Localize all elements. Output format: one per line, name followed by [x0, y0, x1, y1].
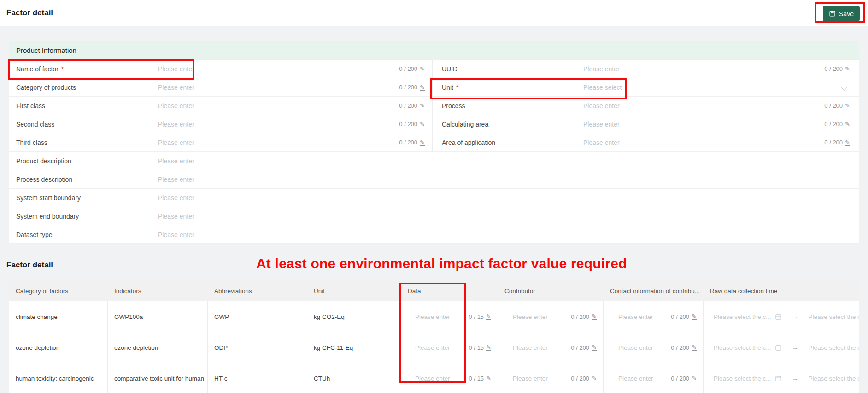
field-row-unit: Unit* Please select [433, 78, 859, 97]
cell-unit: CTUh [307, 363, 401, 393]
cell-raw-collection-time: Please select the c... → Please select t… [704, 301, 859, 332]
second-class-input[interactable]: Please enter [158, 115, 194, 133]
cell-contact: Please enter 0 / 200✎ [604, 363, 704, 393]
char-counter: 0 / 200 [671, 344, 689, 351]
field-row-system-end-boundary: System end boundary Please enter [9, 207, 859, 225]
contributor-input[interactable]: Please enter [513, 313, 548, 320]
field-label: Unit [442, 84, 453, 91]
cell-raw-collection-time: Please select the c... → Please select t… [704, 332, 859, 363]
char-counter: 0 / 15 [469, 313, 484, 320]
date-start-picker[interactable]: Please select the c... [714, 313, 782, 320]
contributor-input[interactable]: Please enter [513, 375, 548, 382]
date-end-picker[interactable]: Please select the c... [809, 344, 859, 351]
column-header-category: Category of factors [9, 281, 108, 301]
char-counter: 0 / 200 [824, 115, 843, 133]
edit-pencil-icon[interactable]: ✎ [486, 375, 491, 382]
field-row-process-description: Process description Please enter [9, 170, 859, 189]
dataset-type-input[interactable]: Please enter [158, 225, 194, 244]
area-of-application-input[interactable]: Please enter [583, 133, 620, 152]
save-button[interactable]: Save [823, 6, 860, 21]
edit-pencil-icon[interactable]: ✎ [486, 344, 491, 351]
edit-pencil-icon[interactable]: ✎ [420, 139, 425, 146]
data-value-input[interactable]: Please enter [415, 344, 450, 351]
char-counter: 0 / 200 [399, 115, 417, 133]
edit-pencil-icon[interactable]: ✎ [420, 121, 425, 128]
edit-pencil-icon[interactable]: ✎ [420, 103, 425, 110]
cell-unit: kg CO2-Eq [307, 301, 401, 332]
unit-select[interactable]: Please select [583, 78, 622, 97]
calendar-icon [775, 313, 782, 320]
column-header-contributor: Contributor [498, 281, 604, 301]
third-class-input[interactable]: Please enter [158, 133, 194, 152]
field-row-third-class: Third class Please enter 0 / 200✎ [9, 133, 432, 152]
char-counter: 0 / 200 [824, 133, 843, 152]
save-icon [829, 10, 836, 17]
column-header-abbreviations: Abbreviations [208, 281, 307, 301]
name-of-factor-input[interactable]: Please enter [158, 60, 194, 78]
edit-pencil-icon[interactable]: ✎ [845, 103, 850, 110]
cell-contact: Please enter 0 / 200✎ [604, 332, 704, 363]
process-input[interactable]: Please enter [583, 97, 620, 115]
edit-pencil-icon[interactable]: ✎ [420, 84, 425, 91]
edit-pencil-icon[interactable]: ✎ [845, 66, 850, 73]
cell-indicator: GWP100a [108, 301, 208, 332]
column-header-data: Data [401, 281, 498, 301]
data-value-input[interactable]: Please enter [415, 313, 450, 320]
contributor-input[interactable]: Please enter [513, 344, 548, 351]
char-counter: 0 / 200 [571, 344, 589, 351]
date-start-picker[interactable]: Please select the c... [714, 344, 782, 351]
date-end-picker[interactable]: Please select the c... [809, 375, 859, 382]
system-start-boundary-input[interactable]: Please enter [158, 189, 194, 207]
contact-input[interactable]: Please enter [618, 313, 653, 320]
char-counter: 0 / 200 [399, 78, 417, 97]
first-class-input[interactable]: Please enter [158, 97, 194, 115]
field-row-first-class: First class Please enter 0 / 200✎ [9, 97, 432, 115]
date-end-picker[interactable]: Please select the c... [809, 313, 859, 320]
chevron-down-icon[interactable] [841, 85, 847, 91]
process-description-input[interactable]: Please enter [158, 170, 194, 189]
field-row-process: Process Please enter 0 / 200✎ [433, 97, 859, 115]
category-of-products-input[interactable]: Please enter [158, 78, 194, 97]
field-label: Area of application [442, 133, 495, 152]
calculating-area-input[interactable]: Please enter [583, 115, 620, 133]
product-information-section: Product Information Name of factor* Plea… [9, 41, 859, 244]
column-header-contact: Contact information of contribu... [604, 281, 704, 301]
edit-pencil-icon[interactable]: ✎ [692, 313, 697, 320]
cell-unit: kg CFC-11-Eq [307, 332, 401, 363]
field-row-system-start-boundary: System start boundary Please enter [9, 189, 859, 207]
edit-pencil-icon[interactable]: ✎ [692, 375, 697, 382]
edit-pencil-icon[interactable]: ✎ [592, 344, 597, 351]
uuid-input[interactable]: Please enter [583, 60, 620, 78]
char-counter: 0 / 15 [469, 375, 484, 382]
date-start-picker[interactable]: Please select the c... [714, 375, 782, 382]
factor-detail-section-title: Factor detail [6, 260, 53, 270]
field-label: System end boundary [16, 207, 79, 225]
edit-pencil-icon[interactable]: ✎ [692, 344, 697, 351]
field-row-second-class: Second class Please enter 0 / 200✎ [9, 115, 432, 133]
top-bar: Factor detail Save [0, 0, 868, 26]
contact-input[interactable]: Please enter [618, 375, 653, 382]
column-header-unit: Unit [307, 281, 401, 301]
cell-indicator: ozone depletion [108, 332, 208, 363]
section-header-product-information: Product Information [9, 41, 859, 60]
edit-pencil-icon[interactable]: ✎ [486, 313, 491, 320]
edit-pencil-icon[interactable]: ✎ [420, 66, 425, 73]
cell-abbreviation: ODP [208, 332, 307, 363]
cell-data: Please enter 0 / 15✎ [401, 301, 498, 332]
cell-category: climate change [9, 301, 108, 332]
edit-pencil-icon[interactable]: ✎ [592, 313, 597, 320]
field-row-area-of-application: Area of application Please enter 0 / 200… [433, 133, 859, 152]
edit-pencil-icon[interactable]: ✎ [592, 375, 597, 382]
date-range-arrow-icon: → [792, 375, 798, 382]
cell-contributor: Please enter 0 / 200✎ [498, 363, 604, 393]
annotation-note: At least one environmental impact factor… [256, 256, 627, 272]
column-header-indicators: Indicators [108, 281, 208, 301]
system-end-boundary-input[interactable]: Please enter [158, 207, 194, 225]
contact-input[interactable]: Please enter [618, 344, 653, 351]
edit-pencil-icon[interactable]: ✎ [845, 139, 850, 146]
field-label: First class [16, 97, 45, 115]
data-value-input[interactable]: Please enter [415, 375, 450, 382]
edit-pencil-icon[interactable]: ✎ [845, 121, 850, 128]
product-description-input[interactable]: Please enter [158, 152, 194, 170]
field-label: UUID [442, 60, 457, 78]
